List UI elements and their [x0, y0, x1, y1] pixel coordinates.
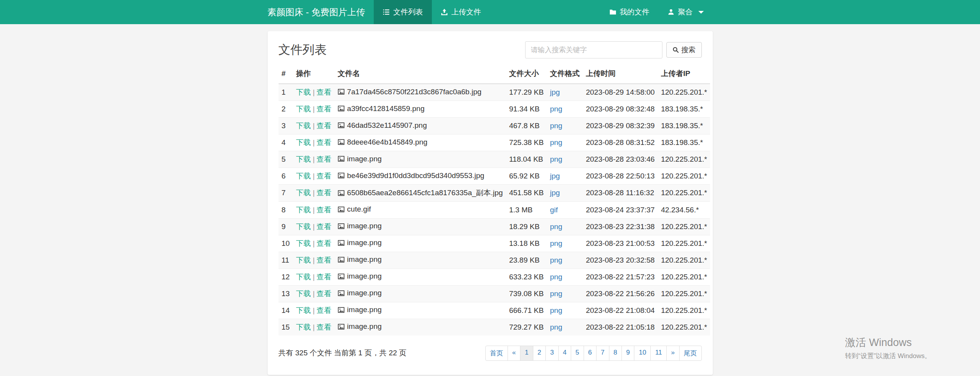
format-link[interactable]: png: [550, 155, 563, 163]
format-link[interactable]: png: [550, 256, 563, 264]
page-button[interactable]: 8: [609, 346, 622, 361]
view-link[interactable]: 查看: [317, 155, 332, 163]
download-link[interactable]: 下载: [296, 273, 311, 281]
action-separator: |: [313, 323, 315, 331]
cell-ip: 120.225.201.*: [658, 268, 710, 285]
caret-down-icon: [698, 11, 704, 14]
action-separator: |: [313, 189, 315, 197]
download-link[interactable]: 下载: [296, 122, 311, 130]
cell-size: 118.04 KB: [506, 151, 547, 168]
nav-item-upload[interactable]: 上传文件: [432, 0, 490, 24]
filename-text: image.png: [347, 289, 382, 297]
view-link[interactable]: 查看: [317, 122, 332, 130]
download-link[interactable]: 下载: [296, 306, 311, 314]
table-header-row: #操作文件名文件大小文件格式上传时间上传者IP: [279, 64, 710, 84]
cell-ip: 120.225.201.*: [658, 185, 710, 202]
brand[interactable]: 素颜图床 - 免费图片上传: [268, 0, 374, 24]
download-link[interactable]: 下载: [296, 155, 311, 163]
cell-size: 1.3 MB: [506, 201, 547, 218]
page-button[interactable]: 首页: [485, 346, 508, 361]
view-link[interactable]: 查看: [317, 105, 332, 113]
page-button[interactable]: 4: [558, 346, 571, 361]
page-button[interactable]: 9: [621, 346, 634, 361]
view-link[interactable]: 查看: [317, 306, 332, 314]
page-button[interactable]: 2: [533, 346, 546, 361]
filename-text: be46e39d9d1f0dd3dbcd95d340d9553.jpg: [347, 171, 485, 180]
search-input[interactable]: [525, 41, 662, 58]
action-separator: |: [313, 88, 315, 96]
download-link[interactable]: 下载: [296, 239, 311, 247]
table-row: 6 下载|查看 be46e39d9d1f0dd3dbcd95d340d9553.…: [279, 168, 710, 185]
view-link[interactable]: 查看: [317, 172, 332, 180]
download-link[interactable]: 下载: [296, 206, 311, 214]
action-separator: |: [313, 222, 315, 231]
download-link[interactable]: 下载: [296, 323, 311, 331]
format-link[interactable]: png: [550, 122, 563, 130]
cell-ip: 120.225.201.*: [658, 151, 710, 168]
download-link[interactable]: 下载: [296, 290, 311, 298]
download-link[interactable]: 下载: [296, 105, 311, 113]
column-header: 上传时间: [583, 64, 658, 84]
action-separator: |: [313, 172, 315, 180]
view-link[interactable]: 查看: [317, 323, 332, 331]
download-link[interactable]: 下载: [296, 172, 311, 180]
format-link[interactable]: png: [550, 323, 563, 331]
format-link[interactable]: png: [550, 222, 563, 231]
format-link[interactable]: gif: [550, 206, 558, 214]
view-link[interactable]: 查看: [317, 189, 332, 197]
download-link[interactable]: 下载: [296, 138, 311, 147]
view-link[interactable]: 查看: [317, 88, 332, 96]
format-link[interactable]: png: [550, 138, 563, 147]
cell-filename: image.png: [335, 252, 506, 268]
view-link[interactable]: 查看: [317, 239, 332, 247]
view-link[interactable]: 查看: [317, 256, 332, 264]
page-button[interactable]: 1: [520, 346, 533, 361]
download-link[interactable]: 下载: [296, 256, 311, 264]
cell-filename: 8deee46e4b145849.png: [335, 134, 506, 151]
nav-item-file-list[interactable]: 文件列表: [374, 0, 432, 24]
download-link[interactable]: 下载: [296, 222, 311, 231]
format-link[interactable]: jpg: [550, 172, 560, 180]
download-link[interactable]: 下载: [296, 189, 311, 197]
cell-time: 2023-08-23 21:00:53: [583, 235, 658, 252]
page-button[interactable]: 3: [545, 346, 558, 361]
format-link[interactable]: jpg: [550, 189, 560, 197]
format-link[interactable]: jpg: [550, 88, 560, 96]
page-button[interactable]: 11: [650, 346, 667, 361]
format-link[interactable]: png: [550, 105, 563, 113]
download-link[interactable]: 下载: [296, 88, 311, 96]
page-button[interactable]: 6: [584, 346, 597, 361]
page-button[interactable]: 5: [571, 346, 584, 361]
filename-text: image.png: [347, 238, 382, 247]
view-link[interactable]: 查看: [317, 290, 332, 298]
view-link[interactable]: 查看: [317, 273, 332, 281]
filename-text: image.png: [347, 155, 382, 163]
nav-dropdown-aggregate[interactable]: 聚合: [659, 0, 713, 24]
table-row: 14 下载|查看 image.png 666.71 KB png 2023-08…: [279, 302, 710, 319]
view-link[interactable]: 查看: [317, 222, 332, 231]
search-button[interactable]: 搜索: [666, 42, 702, 58]
page-button[interactable]: 尾页: [679, 346, 702, 361]
format-link[interactable]: png: [550, 239, 563, 247]
format-link[interactable]: png: [550, 306, 563, 314]
cell-index: 10: [279, 235, 293, 252]
cell-filename: image.png: [335, 151, 506, 168]
cell-filename: cute.gif: [335, 201, 506, 218]
view-link[interactable]: 查看: [317, 138, 332, 147]
page-button[interactable]: »: [666, 346, 679, 361]
page-button[interactable]: 10: [634, 346, 651, 361]
folder-icon: [609, 9, 616, 16]
view-link[interactable]: 查看: [317, 206, 332, 214]
table-row: 1 下载|查看 7a17da456c8750f221d3c867fac0a6b.…: [279, 84, 710, 101]
nav-item-my-files[interactable]: 我的文件: [600, 0, 659, 24]
column-header: 文件名: [335, 64, 506, 84]
page-button[interactable]: 7: [596, 346, 609, 361]
cell-ip: 120.225.201.*: [658, 319, 710, 335]
format-link[interactable]: png: [550, 290, 563, 298]
cell-time: 2023-08-22 21:05:18: [583, 319, 658, 335]
main-content: 文件列表 搜索 #操作文件名文件大小文件格式上传时间上传者IP 1 下载|查看: [268, 31, 713, 376]
format-link[interactable]: png: [550, 273, 563, 281]
page-button[interactable]: «: [508, 346, 520, 361]
cell-format: png: [547, 134, 583, 151]
file-count-summary: 共有 325 个文件 当前第 1 页，共 22 页: [279, 348, 407, 358]
